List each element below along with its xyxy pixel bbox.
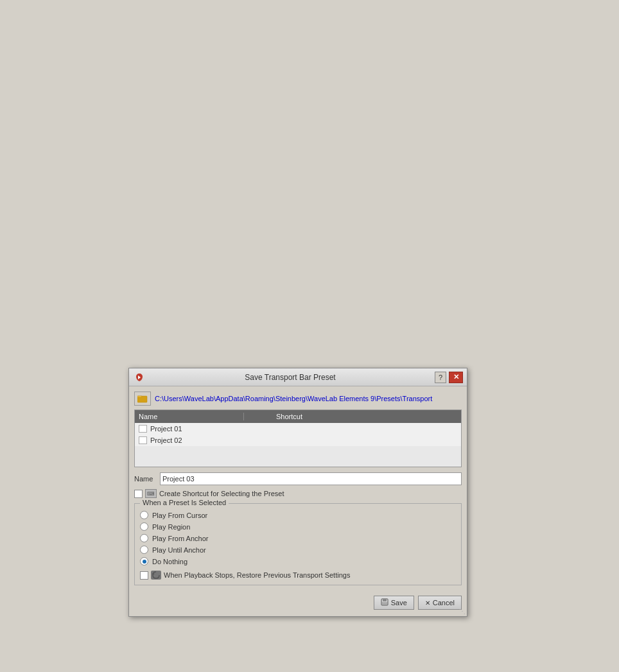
dialog-titlebar: Save Transport Bar Preset ? ✕ (129, 368, 467, 386)
dialog-body: C:\Users\WaveLab\AppData\Roaming\Steinbe… (129, 386, 467, 590)
file-list-header: Name Shortcut (135, 410, 461, 423)
file-list-container[interactable]: Name Shortcut Project 01 Project 02 (134, 409, 462, 467)
dialog-title: Save Transport Bar Preset (146, 373, 435, 382)
app-logo (133, 371, 146, 384)
name-input[interactable] (160, 472, 462, 485)
folder-bar: C:\Users\WaveLab\AppData\Roaming\Steinbe… (134, 392, 462, 406)
restore-icon (151, 571, 161, 580)
column-shortcut: Shortcut (244, 413, 461, 420)
title-buttons: ? ✕ (435, 372, 463, 383)
keyboard-icon: ⌨ (145, 489, 157, 498)
table-row[interactable]: Project 01 (135, 423, 461, 435)
folder-button[interactable] (134, 392, 151, 406)
shortcut-checkbox-area[interactable]: ⌨ Create Shortcut for Selecting the Pres… (134, 489, 284, 498)
save-label: Save (391, 599, 407, 607)
help-button[interactable]: ? (435, 372, 446, 383)
cancel-label: Cancel (433, 599, 455, 607)
radio-label-do-nothing: Do Nothing (152, 558, 187, 565)
radio-button-play-until-anchor[interactable] (140, 546, 148, 554)
table-row[interactable]: Project 02 (135, 435, 461, 446)
radio-play-until-anchor[interactable]: Play Until Anchor (140, 546, 456, 554)
shortcut-row: ⌨ Create Shortcut for Selecting the Pres… (134, 489, 462, 498)
file-name-1: Project 01 (150, 425, 182, 433)
radio-label-play-from-anchor: Play From Anchor (152, 535, 208, 542)
radio-label-play-region: Play Region (152, 523, 190, 531)
file-icon (137, 424, 148, 433)
name-label: Name (134, 475, 156, 483)
radio-button-do-nothing[interactable] (140, 557, 148, 565)
save-button[interactable]: Save (374, 596, 414, 610)
file-name-2: Project 02 (150, 436, 182, 444)
radio-play-region[interactable]: Play Region (140, 522, 456, 531)
cancel-icon: ✕ (425, 599, 430, 607)
restore-row[interactable]: When Playback Stops, Restore Previous Tr… (140, 571, 456, 580)
radio-button-play-region[interactable] (140, 522, 148, 531)
save-preset-dialog: Save Transport Bar Preset ? ✕ C:\Users\W… (128, 368, 467, 617)
file-icon (137, 436, 148, 445)
restore-checkbox[interactable] (140, 571, 148, 580)
radio-button-play-from-anchor[interactable] (140, 534, 148, 542)
file-list-body: Project 01 Project 02 (135, 423, 461, 446)
radio-play-from-anchor[interactable]: Play From Anchor (140, 534, 456, 542)
dialog-footer: Save ✕ Cancel (129, 590, 467, 616)
radio-play-from-cursor[interactable]: Play From Cursor (140, 511, 456, 519)
folder-path: C:\Users\WaveLab\AppData\Roaming\Steinbe… (155, 395, 462, 402)
radio-do-nothing[interactable]: Do Nothing (140, 557, 456, 565)
shortcut-checkbox[interactable] (134, 490, 143, 498)
save-icon (381, 598, 388, 607)
preset-group: When a Preset Is Selected Play From Curs… (134, 503, 462, 585)
column-name: Name (135, 413, 244, 420)
radio-label-play-from-cursor: Play From Cursor (152, 512, 207, 519)
svg-rect-2 (383, 599, 387, 601)
restore-label: When Playback Stops, Restore Previous Tr… (164, 571, 350, 579)
radio-button-play-from-cursor[interactable] (140, 511, 148, 519)
preset-group-legend: When a Preset Is Selected (140, 499, 229, 506)
cancel-button[interactable]: ✕ Cancel (418, 596, 462, 610)
name-row: Name (134, 472, 462, 485)
svg-rect-3 (382, 602, 387, 605)
resize-handle[interactable]: ⋱ (459, 608, 466, 615)
radio-label-play-until-anchor: Play Until Anchor (152, 546, 206, 554)
close-button[interactable]: ✕ (449, 372, 463, 383)
shortcut-label: Create Shortcut for Selecting the Preset (159, 490, 284, 497)
